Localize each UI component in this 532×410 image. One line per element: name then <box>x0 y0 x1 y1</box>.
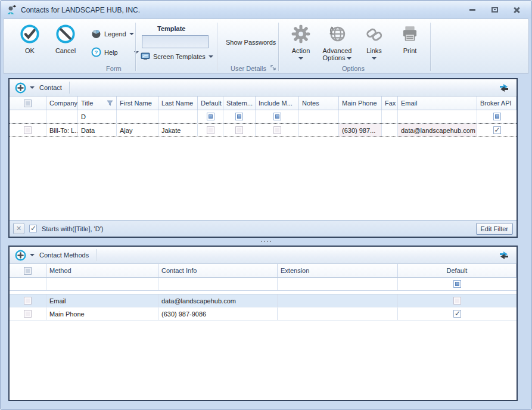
col-default[interactable]: Default <box>198 97 223 110</box>
filter-statement-checkbox[interactable] <box>235 113 243 120</box>
cell-broker-api-checkbox[interactable] <box>493 126 501 134</box>
filter-first-name[interactable] <box>117 110 158 123</box>
cell-include-mail-checkbox[interactable] <box>273 126 281 134</box>
col-company[interactable]: Company... <box>46 97 78 110</box>
filter-method[interactable] <box>46 278 158 290</box>
col-statement[interactable]: Statem... <box>223 97 256 110</box>
col-default[interactable]: Default <box>398 264 517 277</box>
col-contact-info[interactable]: Contact Info <box>158 264 278 277</box>
col-method[interactable]: Method <box>46 264 158 277</box>
action-dropdown-button[interactable]: Action <box>284 23 318 61</box>
row-select-checkbox[interactable] <box>24 126 32 134</box>
clear-filter-button[interactable]: ✕ <box>13 223 24 234</box>
filter-default-checkbox[interactable] <box>207 113 214 120</box>
chevron-down-icon <box>347 57 351 60</box>
cell-default-checkbox[interactable] <box>453 310 461 318</box>
row-select-checkbox[interactable] <box>24 310 32 318</box>
filter-main-phone[interactable] <box>339 110 382 123</box>
filter-email[interactable] <box>398 110 477 123</box>
advanced-options-dropdown-button[interactable]: Advanced Options <box>318 23 356 61</box>
cell-default-checkbox[interactable] <box>207 126 214 134</box>
cell-contact-info[interactable]: (630) 987-9086 <box>158 308 278 320</box>
cell-default-checkbox[interactable] <box>453 297 461 305</box>
cancel-button[interactable]: Cancel <box>48 23 83 54</box>
ribbon-toolbar: OK Cancel Legend ? Help <box>3 18 529 74</box>
filter-extension[interactable] <box>278 278 398 290</box>
filter-fax[interactable] <box>382 110 398 123</box>
filter-notes[interactable] <box>299 110 339 123</box>
svg-text:?: ? <box>95 49 98 55</box>
transfer-arrows-icon[interactable] <box>497 83 511 92</box>
methods-grid-empty-area <box>10 321 517 400</box>
contact-filter-row[interactable]: D <box>10 110 517 123</box>
cell-email[interactable]: data@landscapehub.com <box>398 124 477 136</box>
add-dropdown-arrow[interactable] <box>30 254 35 256</box>
maximize-button[interactable] <box>489 5 500 15</box>
add-record-icon[interactable] <box>15 82 26 94</box>
cell-notes[interactable] <box>299 124 339 136</box>
transfer-arrows-icon[interactable] <box>497 251 511 260</box>
print-button[interactable]: Print <box>393 23 427 54</box>
col-email[interactable]: Email <box>398 97 477 110</box>
filter-default-checkbox[interactable] <box>453 280 461 288</box>
chain-link-icon <box>364 24 384 44</box>
cell-fax[interactable] <box>382 124 398 136</box>
cell-method[interactable]: Email <box>46 294 158 307</box>
cell-main-phone[interactable]: (630) 987... <box>339 124 382 136</box>
ok-button[interactable]: OK <box>13 23 47 54</box>
select-all-checkbox[interactable] <box>24 100 32 107</box>
filter-broker-api-checkbox[interactable] <box>493 113 501 120</box>
close-button[interactable] <box>511 5 522 15</box>
group-caption-options: Options <box>342 65 365 72</box>
dialog-launcher-icon[interactable] <box>270 64 276 71</box>
filter-funnel-icon[interactable] <box>107 100 113 106</box>
add-dropdown-arrow[interactable] <box>30 86 35 89</box>
filter-title[interactable]: D <box>78 110 117 123</box>
col-fax[interactable]: Fax <box>382 97 398 110</box>
help-dropdown[interactable]: ? Help <box>91 47 139 57</box>
edit-filter-button[interactable]: Edit Filter <box>476 223 513 235</box>
row-select-checkbox[interactable] <box>24 297 32 305</box>
ribbon-separator <box>430 23 431 71</box>
cell-extension[interactable] <box>278 294 398 307</box>
cell-statement-checkbox[interactable] <box>235 126 243 134</box>
cell-title[interactable]: Data <box>78 124 117 136</box>
template-input[interactable] <box>142 35 209 48</box>
filter-last-name[interactable] <box>158 110 198 123</box>
cell-last-name[interactable]: Jakate <box>158 124 198 136</box>
contact-person-icon <box>7 5 17 15</box>
minimize-button[interactable] <box>466 5 478 15</box>
panel-splitter-grip[interactable] <box>261 241 262 242</box>
toolbar-separator <box>96 249 97 261</box>
cell-extension[interactable] <box>278 308 398 320</box>
links-dropdown-button[interactable]: Links <box>357 23 391 61</box>
col-extension[interactable]: Extension <box>278 264 398 277</box>
col-broker-api[interactable]: Broker API <box>477 97 517 110</box>
contact-panel-title: Contact <box>39 84 62 91</box>
col-notes[interactable]: Notes <box>299 97 339 110</box>
col-first-name[interactable]: First Name <box>117 97 158 110</box>
cell-company[interactable]: Bill-To: L... <box>46 124 78 136</box>
screen-templates-dropdown[interactable]: Screen Templates <box>141 52 213 61</box>
col-title[interactable]: Title <box>78 97 117 110</box>
add-record-icon[interactable] <box>15 250 26 261</box>
filter-contact-info[interactable] <box>158 278 278 290</box>
filter-active-checkbox[interactable] <box>29 225 37 232</box>
method-row-email[interactable]: Email data@landscapehub.com <box>10 294 517 308</box>
filter-company[interactable] <box>46 110 78 123</box>
col-last-name[interactable]: Last Name <box>158 97 198 110</box>
cell-method[interactable]: Main Phone <box>46 308 158 320</box>
method-row-main-phone[interactable]: Main Phone (630) 987-9086 <box>10 308 517 321</box>
show-passwords-button[interactable]: Show Passwords <box>226 39 276 46</box>
legend-dropdown[interactable]: Legend <box>91 29 134 39</box>
contact-methods-panel-title: Contact Methods <box>39 251 89 259</box>
ribbon-separator <box>217 23 217 71</box>
cell-first-name[interactable]: Ajay <box>117 124 158 136</box>
col-include-mail[interactable]: Include M... <box>256 97 299 110</box>
cell-contact-info[interactable]: data@landscapehub.com <box>158 294 278 307</box>
filter-include-mail-checkbox[interactable] <box>273 113 281 120</box>
col-main-phone[interactable]: Main Phone <box>339 97 382 110</box>
contact-row[interactable]: Bill-To: L... Data Ajay Jakate (630) 987… <box>10 123 517 137</box>
methods-filter-row[interactable] <box>10 278 517 291</box>
select-all-checkbox[interactable] <box>24 267 32 275</box>
